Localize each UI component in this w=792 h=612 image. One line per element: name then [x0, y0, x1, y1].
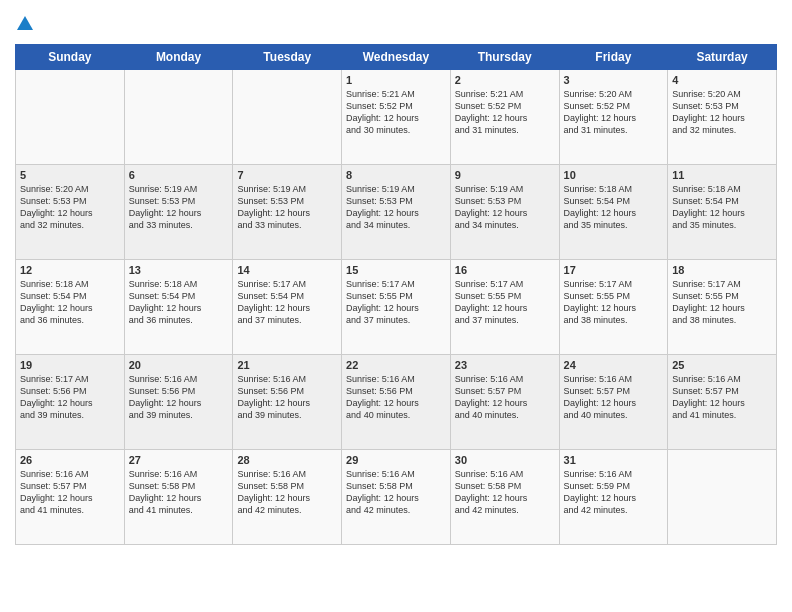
- calendar-cell: [16, 70, 125, 165]
- calendar-week-2: 5Sunrise: 5:20 AM Sunset: 5:53 PM Daylig…: [16, 165, 777, 260]
- calendar-cell: 3Sunrise: 5:20 AM Sunset: 5:52 PM Daylig…: [559, 70, 668, 165]
- calendar-cell: [668, 450, 777, 545]
- calendar-cell: 5Sunrise: 5:20 AM Sunset: 5:53 PM Daylig…: [16, 165, 125, 260]
- day-number: 26: [20, 454, 120, 466]
- cell-content: Sunrise: 5:16 AM Sunset: 5:56 PM Dayligh…: [346, 373, 446, 422]
- calendar-cell: [233, 70, 342, 165]
- calendar-cell: 31Sunrise: 5:16 AM Sunset: 5:59 PM Dayli…: [559, 450, 668, 545]
- calendar-cell: 28Sunrise: 5:16 AM Sunset: 5:58 PM Dayli…: [233, 450, 342, 545]
- cell-content: Sunrise: 5:16 AM Sunset: 5:59 PM Dayligh…: [564, 468, 664, 517]
- cell-content: Sunrise: 5:16 AM Sunset: 5:57 PM Dayligh…: [672, 373, 772, 422]
- day-number: 30: [455, 454, 555, 466]
- cell-content: Sunrise: 5:18 AM Sunset: 5:54 PM Dayligh…: [20, 278, 120, 327]
- cell-content: Sunrise: 5:17 AM Sunset: 5:55 PM Dayligh…: [564, 278, 664, 327]
- cell-content: Sunrise: 5:16 AM Sunset: 5:58 PM Dayligh…: [346, 468, 446, 517]
- day-number: 11: [672, 169, 772, 181]
- header-thursday: Thursday: [450, 45, 559, 70]
- cell-content: Sunrise: 5:16 AM Sunset: 5:58 PM Dayligh…: [129, 468, 229, 517]
- cell-content: Sunrise: 5:20 AM Sunset: 5:53 PM Dayligh…: [20, 183, 120, 232]
- calendar-cell: 16Sunrise: 5:17 AM Sunset: 5:55 PM Dayli…: [450, 260, 559, 355]
- calendar-cell: 10Sunrise: 5:18 AM Sunset: 5:54 PM Dayli…: [559, 165, 668, 260]
- cell-content: Sunrise: 5:21 AM Sunset: 5:52 PM Dayligh…: [455, 88, 555, 137]
- header-saturday: Saturday: [668, 45, 777, 70]
- day-number: 17: [564, 264, 664, 276]
- cell-content: Sunrise: 5:16 AM Sunset: 5:56 PM Dayligh…: [237, 373, 337, 422]
- day-number: 23: [455, 359, 555, 371]
- cell-content: Sunrise: 5:17 AM Sunset: 5:56 PM Dayligh…: [20, 373, 120, 422]
- cell-content: Sunrise: 5:18 AM Sunset: 5:54 PM Dayligh…: [672, 183, 772, 232]
- calendar-cell: 17Sunrise: 5:17 AM Sunset: 5:55 PM Dayli…: [559, 260, 668, 355]
- cell-content: Sunrise: 5:16 AM Sunset: 5:58 PM Dayligh…: [455, 468, 555, 517]
- cell-content: Sunrise: 5:17 AM Sunset: 5:55 PM Dayligh…: [346, 278, 446, 327]
- cell-content: Sunrise: 5:17 AM Sunset: 5:55 PM Dayligh…: [672, 278, 772, 327]
- day-number: 16: [455, 264, 555, 276]
- calendar-cell: 26Sunrise: 5:16 AM Sunset: 5:57 PM Dayli…: [16, 450, 125, 545]
- calendar-cell: 18Sunrise: 5:17 AM Sunset: 5:55 PM Dayli…: [668, 260, 777, 355]
- day-number: 18: [672, 264, 772, 276]
- calendar-cell: 27Sunrise: 5:16 AM Sunset: 5:58 PM Dayli…: [124, 450, 233, 545]
- logo-triangle-icon: [17, 16, 33, 30]
- day-number: 14: [237, 264, 337, 276]
- calendar-cell: 21Sunrise: 5:16 AM Sunset: 5:56 PM Dayli…: [233, 355, 342, 450]
- calendar-cell: 14Sunrise: 5:17 AM Sunset: 5:54 PM Dayli…: [233, 260, 342, 355]
- calendar-week-3: 12Sunrise: 5:18 AM Sunset: 5:54 PM Dayli…: [16, 260, 777, 355]
- cell-content: Sunrise: 5:16 AM Sunset: 5:56 PM Dayligh…: [129, 373, 229, 422]
- cell-content: Sunrise: 5:19 AM Sunset: 5:53 PM Dayligh…: [346, 183, 446, 232]
- calendar-cell: 9Sunrise: 5:19 AM Sunset: 5:53 PM Daylig…: [450, 165, 559, 260]
- cell-content: Sunrise: 5:20 AM Sunset: 5:53 PM Dayligh…: [672, 88, 772, 137]
- day-number: 3: [564, 74, 664, 86]
- cell-content: Sunrise: 5:20 AM Sunset: 5:52 PM Dayligh…: [564, 88, 664, 137]
- cell-content: Sunrise: 5:16 AM Sunset: 5:58 PM Dayligh…: [237, 468, 337, 517]
- cell-content: Sunrise: 5:16 AM Sunset: 5:57 PM Dayligh…: [564, 373, 664, 422]
- day-number: 31: [564, 454, 664, 466]
- cell-content: Sunrise: 5:16 AM Sunset: 5:57 PM Dayligh…: [20, 468, 120, 517]
- day-number: 25: [672, 359, 772, 371]
- day-number: 22: [346, 359, 446, 371]
- cell-content: Sunrise: 5:17 AM Sunset: 5:54 PM Dayligh…: [237, 278, 337, 327]
- calendar-cell: 12Sunrise: 5:18 AM Sunset: 5:54 PM Dayli…: [16, 260, 125, 355]
- calendar-cell: 22Sunrise: 5:16 AM Sunset: 5:56 PM Dayli…: [342, 355, 451, 450]
- calendar-cell: 2Sunrise: 5:21 AM Sunset: 5:52 PM Daylig…: [450, 70, 559, 165]
- calendar-cell: 19Sunrise: 5:17 AM Sunset: 5:56 PM Dayli…: [16, 355, 125, 450]
- logo: [15, 10, 33, 36]
- calendar-table: SundayMondayTuesdayWednesdayThursdayFrid…: [15, 44, 777, 545]
- calendar-cell: 1Sunrise: 5:21 AM Sunset: 5:52 PM Daylig…: [342, 70, 451, 165]
- day-number: 29: [346, 454, 446, 466]
- calendar-week-1: 1Sunrise: 5:21 AM Sunset: 5:52 PM Daylig…: [16, 70, 777, 165]
- calendar-cell: 11Sunrise: 5:18 AM Sunset: 5:54 PM Dayli…: [668, 165, 777, 260]
- calendar-cell: 24Sunrise: 5:16 AM Sunset: 5:57 PM Dayli…: [559, 355, 668, 450]
- calendar-cell: 29Sunrise: 5:16 AM Sunset: 5:58 PM Dayli…: [342, 450, 451, 545]
- calendar-cell: 23Sunrise: 5:16 AM Sunset: 5:57 PM Dayli…: [450, 355, 559, 450]
- cell-content: Sunrise: 5:17 AM Sunset: 5:55 PM Dayligh…: [455, 278, 555, 327]
- cell-content: Sunrise: 5:19 AM Sunset: 5:53 PM Dayligh…: [129, 183, 229, 232]
- day-number: 4: [672, 74, 772, 86]
- header-friday: Friday: [559, 45, 668, 70]
- calendar-cell: 25Sunrise: 5:16 AM Sunset: 5:57 PM Dayli…: [668, 355, 777, 450]
- calendar-cell: 4Sunrise: 5:20 AM Sunset: 5:53 PM Daylig…: [668, 70, 777, 165]
- day-number: 10: [564, 169, 664, 181]
- calendar-week-5: 26Sunrise: 5:16 AM Sunset: 5:57 PM Dayli…: [16, 450, 777, 545]
- calendar-cell: 13Sunrise: 5:18 AM Sunset: 5:54 PM Dayli…: [124, 260, 233, 355]
- calendar-cell: 8Sunrise: 5:19 AM Sunset: 5:53 PM Daylig…: [342, 165, 451, 260]
- day-number: 20: [129, 359, 229, 371]
- header-monday: Monday: [124, 45, 233, 70]
- header-wednesday: Wednesday: [342, 45, 451, 70]
- calendar-cell: 20Sunrise: 5:16 AM Sunset: 5:56 PM Dayli…: [124, 355, 233, 450]
- cell-content: Sunrise: 5:19 AM Sunset: 5:53 PM Dayligh…: [455, 183, 555, 232]
- day-number: 19: [20, 359, 120, 371]
- calendar-week-4: 19Sunrise: 5:17 AM Sunset: 5:56 PM Dayli…: [16, 355, 777, 450]
- calendar-cell: 30Sunrise: 5:16 AM Sunset: 5:58 PM Dayli…: [450, 450, 559, 545]
- calendar-cell: 6Sunrise: 5:19 AM Sunset: 5:53 PM Daylig…: [124, 165, 233, 260]
- day-number: 9: [455, 169, 555, 181]
- cell-content: Sunrise: 5:19 AM Sunset: 5:53 PM Dayligh…: [237, 183, 337, 232]
- cell-content: Sunrise: 5:18 AM Sunset: 5:54 PM Dayligh…: [564, 183, 664, 232]
- calendar-cell: 15Sunrise: 5:17 AM Sunset: 5:55 PM Dayli…: [342, 260, 451, 355]
- cell-content: Sunrise: 5:16 AM Sunset: 5:57 PM Dayligh…: [455, 373, 555, 422]
- day-number: 5: [20, 169, 120, 181]
- header-sunday: Sunday: [16, 45, 125, 70]
- calendar-cell: [124, 70, 233, 165]
- day-number: 21: [237, 359, 337, 371]
- day-number: 13: [129, 264, 229, 276]
- day-number: 2: [455, 74, 555, 86]
- day-number: 1: [346, 74, 446, 86]
